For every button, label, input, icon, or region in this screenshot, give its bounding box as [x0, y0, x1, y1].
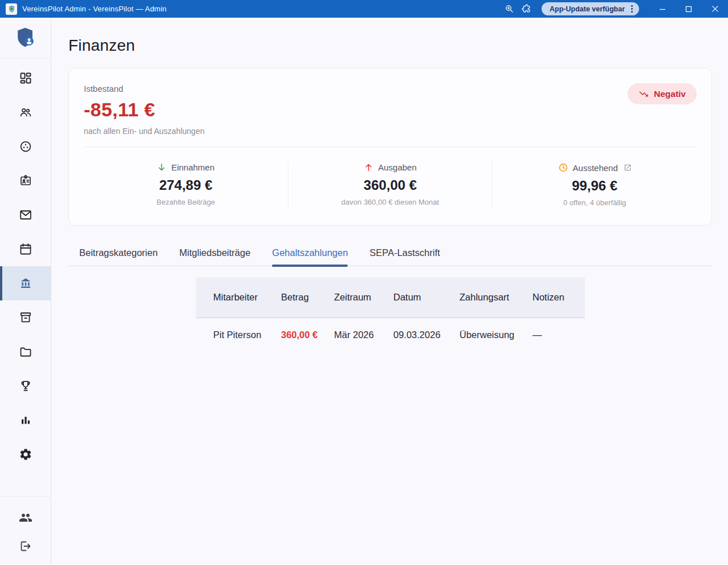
app-update-button[interactable]: App-Update verfügbar — [542, 2, 639, 15]
sidebar-item-inventory[interactable] — [0, 300, 51, 335]
tab-sepa-lastschrift[interactable]: SEPA-Lastschrift — [369, 240, 440, 266]
app-logo — [0, 18, 51, 58]
sidebar — [0, 18, 51, 565]
app-window-icon — [6, 3, 17, 15]
calendar-icon — [19, 242, 32, 256]
sidebar-item-logout[interactable] — [0, 532, 51, 560]
stat-outstanding-value: 99,96 € — [493, 178, 697, 194]
dashboard-icon — [19, 71, 32, 85]
cell-method: Überweisung — [459, 318, 532, 352]
tab-mitgliedsbeitraege[interactable]: Mitgliedsbeiträge — [180, 240, 251, 266]
sidebar-item-mail[interactable] — [0, 198, 51, 232]
balance-label: Istbestand — [84, 84, 697, 94]
ball-icon — [19, 140, 32, 153]
people-icon — [19, 105, 32, 119]
stat-income-label: Einnahmen — [171, 162, 214, 172]
arrow-down-icon — [157, 162, 166, 172]
stat-income: Einnahmen 274,89 € Bezahlte Beiträge — [84, 161, 288, 209]
gear-icon — [19, 448, 32, 461]
external-link-icon[interactable] — [624, 164, 632, 172]
sidebar-item-users[interactable] — [0, 503, 51, 532]
stat-outstanding-subtitle: 0 offen, 4 überfällig — [493, 198, 697, 207]
stats-row: Einnahmen 274,89 € Bezahlte Beiträge Aus… — [84, 161, 697, 209]
sidebar-item-calendar[interactable] — [0, 232, 51, 266]
finance-tabs: Beitragskategorien Mitgliedsbeiträge Geh… — [68, 240, 712, 266]
arrow-up-icon — [364, 162, 373, 172]
cell-amount: 360,00 € — [281, 318, 334, 352]
tab-gehaltszahlungen[interactable]: Gehaltszahlungen — [272, 240, 348, 266]
people-filled-icon — [19, 511, 32, 525]
sidebar-item-dashboard[interactable] — [0, 61, 51, 95]
table-row[interactable]: Pit Piterson 360,00 € Mär 2026 09.03.202… — [196, 318, 585, 352]
sidebar-item-finances[interactable] — [0, 266, 51, 300]
column-header-mitarbeiter: Mitarbeiter — [196, 278, 281, 318]
balance-summary-card: Istbestand -85,11 € nach allen Ein- und … — [68, 68, 712, 226]
cell-notes: — — [532, 318, 585, 352]
maximize-button[interactable] — [676, 0, 702, 18]
main-content: Finanzen Istbestand -85,11 € nach allen … — [51, 18, 728, 565]
bank-icon — [19, 277, 32, 290]
sidebar-item-sports[interactable] — [0, 129, 51, 164]
stat-expenses-value: 360,00 € — [288, 177, 493, 193]
sidebar-item-competitions[interactable] — [0, 369, 51, 403]
cell-employee: Pit Piterson — [196, 318, 281, 352]
stat-expenses: Ausgaben 360,00 € davon 360,00 € diesen … — [288, 161, 493, 209]
close-button[interactable] — [702, 0, 728, 18]
stat-expenses-label: Ausgaben — [378, 162, 417, 172]
sidebar-item-memberships[interactable] — [0, 164, 51, 198]
column-header-datum: Datum — [393, 278, 459, 318]
page-title: Finanzen — [68, 36, 728, 55]
clock-icon — [558, 162, 568, 173]
bar-chart-icon — [19, 413, 32, 427]
sidebar-item-settings[interactable] — [0, 437, 51, 471]
sidebar-item-documents[interactable] — [0, 335, 51, 369]
stat-outstanding-label: Ausstehend — [573, 163, 618, 173]
card-divider — [84, 147, 697, 147]
column-header-betrag: Betrag — [281, 278, 334, 318]
trophy-icon — [19, 379, 32, 393]
stat-expenses-subtitle: davon 360,00 € diesen Monat — [288, 198, 493, 206]
salary-payments-table: Mitarbeiter Betrag Zeitraum Datum Zahlun… — [196, 278, 585, 352]
sidebar-nav — [0, 58, 51, 471]
extensions-icon[interactable] — [518, 0, 535, 18]
id-badge-icon — [19, 174, 32, 188]
stat-outstanding: Ausstehend 99,96 € 0 offen, 4 überfällig — [492, 161, 697, 209]
minimize-button[interactable] — [649, 0, 676, 18]
zoom-icon[interactable] — [501, 0, 518, 18]
sidebar-bottom — [0, 496, 51, 565]
column-header-notizen: Notizen — [532, 278, 585, 318]
balance-value: -85,11 € — [84, 99, 697, 121]
cell-period: Mär 2026 — [334, 318, 393, 352]
mail-icon — [19, 208, 32, 222]
status-badge: Negativ — [628, 83, 697, 104]
update-menu-kebab-icon[interactable] — [629, 3, 635, 14]
sidebar-item-members[interactable] — [0, 95, 51, 129]
folder-icon — [19, 345, 32, 359]
archive-box-icon — [19, 311, 32, 324]
cell-date: 09.03.2026 — [393, 318, 459, 352]
trending-down-icon — [638, 89, 649, 99]
sidebar-item-statistics[interactable] — [0, 403, 51, 437]
table-header-row: Mitarbeiter Betrag Zeitraum Datum Zahlun… — [196, 278, 585, 318]
titlebar: VereinsPilot Admin - VereinsPilot — Admi… — [0, 0, 728, 18]
status-badge-label: Negativ — [654, 89, 686, 99]
stat-income-subtitle: Bezahlte Beiträge — [84, 198, 288, 206]
tab-beitragskategorien[interactable]: Beitragskategorien — [79, 240, 158, 266]
app-update-label: App-Update verfügbar — [550, 5, 625, 13]
balance-subtitle: nach allen Ein- und Auszahlungen — [84, 127, 697, 136]
stat-income-value: 274,89 € — [84, 177, 288, 193]
logout-icon — [19, 539, 32, 553]
column-header-zeitraum: Zeitraum — [334, 278, 393, 318]
window-title: VereinsPilot Admin - VereinsPilot — Admi… — [22, 5, 166, 13]
column-header-zahlungsart: Zahlungsart — [459, 278, 532, 318]
